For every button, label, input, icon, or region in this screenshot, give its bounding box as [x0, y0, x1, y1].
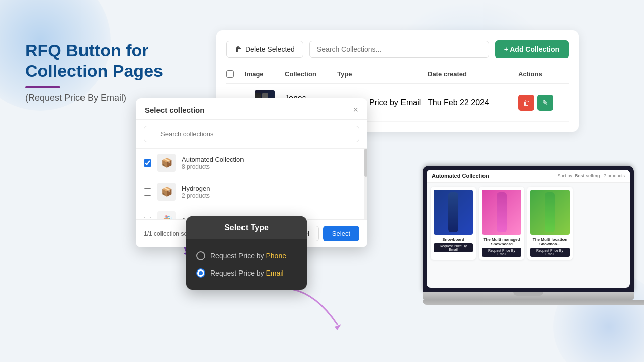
- modal-header: Select collection ×: [136, 98, 367, 120]
- sb-visual-2: [497, 192, 507, 232]
- title-line2: Collection Pages: [25, 61, 163, 80]
- scrollbar-thumb: [364, 149, 367, 177]
- radio-button-email[interactable]: [196, 268, 205, 278]
- laptop-mockup: Automated Collection Sort by: Best selli…: [423, 166, 634, 305]
- radio-option-email[interactable]: Request Price by Email: [196, 264, 297, 282]
- edit-row-button[interactable]: ✎: [537, 95, 553, 111]
- table-toolbar: 🗑 Delete Selected + Add Collection: [226, 40, 569, 58]
- modal-list-container: 📦 Automated Collection 8 products 📦 Hydr…: [136, 149, 367, 219]
- screen-top-bar: Automated Collection Sort by: Best selli…: [427, 170, 630, 183]
- table-header-row: Image Collection Type Date created Actio…: [226, 66, 569, 84]
- modal-scrollbar[interactable]: [364, 149, 367, 219]
- screen-inner: Automated Collection Sort by: Best selli…: [427, 170, 630, 288]
- header-type: Type: [337, 70, 428, 79]
- item-name: Jones Snowboards: [182, 217, 359, 220]
- trash-icon: 🗑: [235, 45, 242, 53]
- delete-icon: 🗑: [523, 99, 530, 107]
- product-card-3: The Multi-location Snowboa... Request Pr…: [527, 187, 573, 260]
- item-icon-hydrogen: 📦: [157, 183, 176, 201]
- close-icon: ×: [353, 105, 358, 115]
- radio-label-phone: Request Price by Phone: [210, 252, 286, 260]
- modal-search-area: 🔍: [136, 120, 367, 149]
- phone-highlight: Phone: [266, 252, 286, 260]
- sb-visual-3: [545, 192, 555, 232]
- product-card-1: Snowboard Request Price By Email: [431, 187, 476, 260]
- sb-visual-1: [448, 192, 458, 232]
- item-checkbox-jones[interactable]: [144, 217, 151, 220]
- left-panel: RFQ Button for Collection Pages (Request…: [25, 40, 163, 103]
- item-icon-jones: 🏂: [157, 211, 176, 219]
- radio-label-email: Request Price by Email: [210, 269, 284, 277]
- select-button[interactable]: Select: [323, 226, 359, 241]
- laptop-notch: [513, 292, 543, 296]
- laptop-base: [423, 292, 634, 300]
- footer-buttons: Cancel Select: [279, 226, 359, 241]
- add-collection-button[interactable]: + Add Collection: [495, 40, 569, 58]
- radio-button-phone[interactable]: [196, 251, 205, 260]
- item-name: Hydrogen: [182, 185, 359, 192]
- item-checkbox-automated[interactable]: [144, 159, 151, 167]
- row-date: Thu Feb 22 2024: [428, 98, 518, 107]
- delete-row-button[interactable]: 🗑: [518, 95, 534, 111]
- item-icon-automated: 📦: [157, 154, 176, 172]
- edit-icon: ✎: [542, 99, 548, 107]
- product-count-screen: 7 products: [604, 173, 625, 178]
- header-checkbox-col: [226, 70, 245, 79]
- rfq-btn-1: Request Price By Email: [434, 243, 473, 252]
- list-item[interactable]: 🏂 Jones Snowboards: [136, 206, 367, 219]
- product-img-3: [530, 190, 570, 235]
- item-count: 2 products: [182, 192, 359, 199]
- product-name-1: Snowboard: [434, 237, 473, 242]
- list-item[interactable]: 📦 Hydrogen 2 products: [136, 177, 367, 206]
- select-collection-modal[interactable]: Select collection × 🔍 📦 Automated Collec…: [136, 98, 367, 247]
- modal-title: Select collection: [145, 106, 204, 114]
- item-info-automated: Automated Collection 8 products: [182, 156, 359, 170]
- page-title: RFQ Button for Collection Pages: [25, 40, 163, 81]
- rfq-btn-3: Request Price By Email: [530, 248, 570, 257]
- email-highlight: Email: [266, 269, 284, 277]
- header-collection: Collection: [285, 70, 337, 79]
- laptop-stand: [423, 300, 644, 305]
- delete-selected-button[interactable]: 🗑 Delete Selected: [226, 41, 303, 58]
- select-all-checkbox[interactable]: [226, 70, 234, 78]
- modal-close-button[interactable]: ×: [353, 105, 358, 114]
- title-line1: RFQ Button for: [25, 41, 149, 60]
- svg-marker-1: [184, 250, 189, 255]
- product-name-3: The Multi-location Snowboa...: [530, 237, 570, 246]
- modal-search-input[interactable]: [144, 126, 359, 142]
- modal-footer: 1/1 collection selected Cancel Select: [136, 219, 367, 247]
- item-info-hydrogen: Hydrogen 2 products: [182, 185, 359, 199]
- product-grid: Snowboard Request Price By Email The Mul…: [427, 183, 630, 264]
- header-image: Image: [245, 70, 285, 79]
- search-collections-input[interactable]: [309, 41, 489, 58]
- modal-collection-list: 📦 Automated Collection 8 products 📦 Hydr…: [136, 149, 367, 219]
- item-checkbox-hydrogen[interactable]: [144, 188, 151, 196]
- rfq-btn-2: Request Price By Email: [482, 248, 521, 257]
- laptop-screen: Automated Collection Sort by: Best selli…: [423, 166, 634, 292]
- item-info-jones: Jones Snowboards: [182, 217, 359, 220]
- svg-marker-2: [335, 324, 341, 330]
- product-img-1: [434, 190, 473, 235]
- item-name: Automated Collection: [182, 156, 359, 163]
- product-card-2: The Multi-managed Snowboard Request Pric…: [479, 187, 524, 260]
- item-count: 8 products: [182, 163, 359, 170]
- screen-collection-title: Automated Collection: [432, 173, 489, 179]
- title-underline: [25, 86, 60, 88]
- row-actions: 🗑 ✎: [518, 95, 569, 111]
- sort-value: Best selling: [575, 173, 600, 178]
- radio-option-phone[interactable]: Request Price by Phone: [196, 247, 297, 264]
- search-wrapper: 🔍: [144, 126, 359, 142]
- product-name-2: The Multi-managed Snowboard: [482, 237, 521, 246]
- arrow-decoration-3: [287, 284, 347, 336]
- cancel-button[interactable]: Cancel: [279, 226, 318, 241]
- product-img-2: [482, 190, 521, 235]
- list-item[interactable]: 📦 Automated Collection 8 products: [136, 149, 367, 177]
- selection-count: 1/1 collection selected: [144, 230, 203, 237]
- header-actions: Actions: [518, 70, 569, 79]
- header-date: Date created: [428, 70, 518, 79]
- screen-sort-label: Sort by: Best selling 7 products: [557, 173, 625, 178]
